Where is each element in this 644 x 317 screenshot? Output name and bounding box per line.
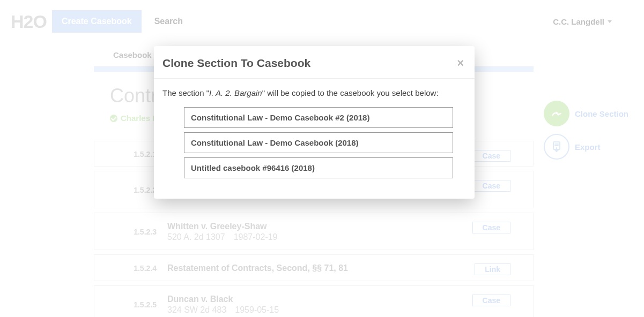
casebook-option[interactable]: Untitled casebook #96416 (2018) bbox=[184, 157, 453, 178]
close-icon[interactable]: × bbox=[457, 57, 464, 69]
casebook-option[interactable]: Constitutional Law - Demo Casebook #2 (2… bbox=[184, 107, 453, 128]
modal-description: The section "I. A. 2. Bargain" will be c… bbox=[162, 88, 466, 97]
modal-body: The section "I. A. 2. Bargain" will be c… bbox=[154, 79, 475, 199]
modal-header: Clone Section To Casebook × bbox=[154, 46, 475, 79]
clone-section-modal: Clone Section To Casebook × The section … bbox=[154, 46, 475, 199]
modal-title: Clone Section To Casebook bbox=[162, 57, 310, 70]
casebook-option[interactable]: Constitutional Law - Demo Casebook (2018… bbox=[184, 132, 453, 153]
